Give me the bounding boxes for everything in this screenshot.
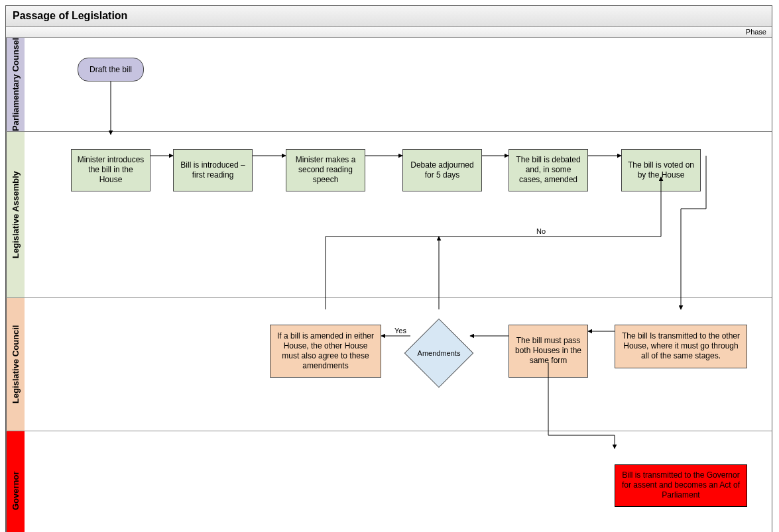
la-step-second-reading: Minister makes a second reading speech <box>286 149 365 191</box>
la-step-introduce: Minister introduces the bill in the Hous… <box>71 149 150 191</box>
decision-amendments: Amendments <box>409 323 469 383</box>
lane-legislative-assembly: Legislative Assembly Minister introduces… <box>6 131 772 297</box>
diagram-title: Passage of Legislation <box>6 6 772 27</box>
lc-step-amended-agree: If a bill is amended in either House, th… <box>270 325 381 378</box>
lc-step-both-houses: The bill must pass both Houses in the sa… <box>509 325 588 378</box>
swimlane-diagram: Passage of Legislation Phase Parliamenta… <box>5 5 772 532</box>
la-step-adjourn: Debate adjourned for 5 days <box>402 149 482 191</box>
lane-label-lc: Legislative Council <box>6 298 25 431</box>
la-step-debated: The bill is debated and, in some cases, … <box>509 149 588 191</box>
lane-parliamentary-counsel: Parliamentary Counsel Draft the bill <box>6 38 772 131</box>
start-node: Draft the bill <box>78 58 144 81</box>
lc-step-transmitted: The bill Is transmitted to the other Hou… <box>615 325 747 368</box>
lane-governor: Governor Bill is transmitted to the Gove… <box>6 431 772 532</box>
lane-legislative-council: Legislative Council The bill Is transmit… <box>6 297 772 431</box>
decision-amendments-label: Amendments <box>418 349 461 357</box>
gov-step-assent: Bill is transmitted to the Governor for … <box>615 464 747 507</box>
lane-label-pc: Parliamentary Counsel <box>6 38 25 131</box>
lane-label-gv: Governor <box>6 431 25 532</box>
la-step-first-reading: Bill is introduced – first reading <box>173 149 253 191</box>
swimlane-container: Parliamentary Counsel Draft the bill Leg… <box>6 38 772 532</box>
lane-label-la: Legislative Assembly <box>6 132 25 297</box>
phase-label: Phase <box>6 27 772 38</box>
la-step-voted: The bill is voted on by the House <box>621 149 701 191</box>
